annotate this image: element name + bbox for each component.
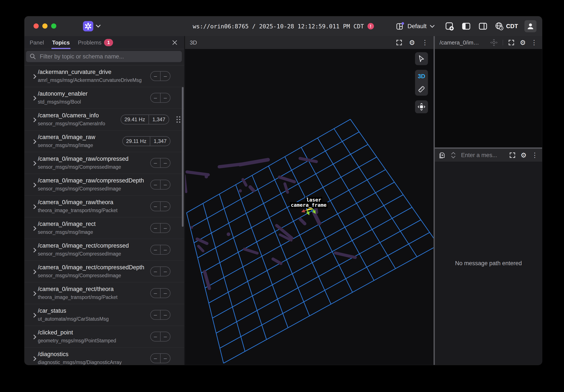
view-tool-group: 3D [415, 70, 428, 96]
chevron-right-icon[interactable] [32, 161, 37, 166]
topic-row[interactable]: /camera_0/image_raw/compressedDepthsenso… [25, 174, 184, 196]
topic-row[interactable]: /camera_0/image_rect/theoratheora_image_… [25, 282, 184, 304]
add-panel-button[interactable] [444, 21, 455, 31]
zoom-window-button[interactable] [51, 23, 56, 28]
chevron-right-icon[interactable] [32, 204, 37, 209]
chevron-right-icon[interactable] [32, 313, 37, 318]
topic-row[interactable]: /diagnosticsdiagnostic_msgs/msg/Diagnost… [25, 348, 184, 365]
fullscreen-icon[interactable] [395, 39, 403, 46]
topic-stats-toggle[interactable]: –– [150, 332, 170, 341]
panel-3d-title: 3D [190, 39, 197, 46]
topic-filter-input[interactable] [39, 53, 178, 60]
chevron-right-icon[interactable] [32, 269, 37, 274]
account-button[interactable] [524, 20, 536, 32]
topic-message-count: – [160, 354, 170, 363]
scene-3d-viewport[interactable]: laser camera_frame 3D [185, 49, 434, 365]
settings-gear-icon[interactable]: ⚙ [520, 151, 527, 159]
copy-message-icon[interactable] [438, 151, 446, 159]
topic-row[interactable]: /camera_0/image_raw/theoratheora_image_t… [25, 196, 184, 217]
close-window-button[interactable] [33, 23, 39, 28]
toggle-right-sidebar-button[interactable] [478, 21, 488, 31]
chevron-right-icon[interactable] [32, 226, 37, 231]
image-pan-icon[interactable] [490, 39, 498, 46]
globe-clock-icon [494, 22, 504, 31]
app-menu-chevron-icon[interactable] [95, 25, 101, 28]
minimize-window-button[interactable] [42, 23, 47, 28]
grid-3d [187, 119, 434, 363]
tab-problems[interactable]: Problems 1 [78, 36, 113, 49]
topic-row[interactable]: /camera_0/image_rect/compressedDepthsens… [25, 261, 184, 282]
fullscreen-icon[interactable] [508, 39, 515, 46]
topic-stats-toggle[interactable]: –– [150, 201, 170, 211]
select-tool-button[interactable] [415, 52, 428, 65]
topic-message-count: – [160, 202, 170, 211]
topic-message-count: – [160, 245, 170, 254]
topic-row[interactable]: /camera_0/image_rect/compressedsensor_ms… [25, 239, 184, 261]
image-panel-viewport[interactable] [435, 49, 542, 147]
chevron-right-icon[interactable] [32, 356, 37, 361]
chevron-right-icon[interactable] [32, 183, 37, 188]
topic-row[interactable]: /camera_0/image_rawsensor_msgs/msg/Image… [25, 130, 184, 152]
topic-stats-pill[interactable]: 29.11 Hz1,347 [122, 136, 170, 146]
topic-stats-toggle[interactable]: –– [150, 288, 170, 298]
topic-stats-toggle[interactable]: –– [150, 180, 170, 190]
sidebar-right: /camera_0/image_raw ⚙ ⋮ [435, 36, 542, 365]
chevron-right-icon[interactable] [32, 335, 37, 339]
topic-row[interactable]: /camera_0/image_raw/compressedsensor_msg… [25, 152, 184, 174]
panel-menu-icon[interactable]: ⋮ [531, 151, 539, 159]
tf-label-laser: laser [305, 197, 322, 203]
topic-name: /ackermann_curvature_drive [38, 69, 111, 75]
fullscreen-icon[interactable] [508, 151, 516, 159]
toggle-3d-button[interactable]: 3D [415, 70, 428, 83]
layout-icon [395, 22, 405, 31]
expand-collapse-icon[interactable] [450, 151, 457, 159]
topic-stats-toggle[interactable]: –– [150, 353, 170, 363]
topic-stats-toggle[interactable]: –– [150, 71, 170, 81]
chevron-right-icon[interactable] [32, 139, 37, 144]
topic-stats-toggle[interactable]: –– [150, 93, 170, 103]
topic-stats-toggle[interactable]: –– [150, 310, 170, 320]
layout-switcher-button[interactable]: Default [395, 22, 435, 31]
topic-stats-toggle[interactable]: –– [150, 245, 170, 255]
chevron-right-icon[interactable] [32, 291, 37, 296]
topic-list-scrollbar[interactable] [182, 87, 183, 227]
message-path-input[interactable] [461, 152, 505, 159]
tab-panel[interactable]: Panel [30, 36, 44, 49]
topic-row[interactable]: /car_statusut_automata/msg/CarStatusMsg–… [25, 304, 184, 326]
chevron-right-icon[interactable] [32, 118, 37, 123]
topic-message-count: – [160, 267, 170, 276]
topic-row[interactable]: /camera_0/image_rectsensor_msgs/msg/Imag… [25, 217, 184, 239]
close-sidebar-button[interactable] [170, 38, 179, 47]
topic-message-count: – [160, 224, 170, 233]
problems-alert-icon[interactable]: ! [367, 23, 374, 29]
panel-menu-icon[interactable]: ⋮ [421, 39, 429, 46]
topic-stats-pill[interactable]: 29.41 Hz1,347 [121, 114, 169, 125]
topic-schema: theora_image_transport/msg/Packet [38, 208, 118, 213]
topic-schema: std_msgs/msg/Bool [38, 99, 81, 105]
settings-gear-icon[interactable]: ⚙ [520, 39, 526, 46]
topic-row[interactable]: /clicked_pointgeometry_msgs/msg/PointSta… [25, 326, 184, 348]
settings-gear-icon[interactable]: ⚙ [408, 39, 416, 46]
topic-row[interactable]: /camera_0/camera_infosensor_msgs/msg/Cam… [25, 109, 184, 130]
tab-topics[interactable]: Topics [52, 36, 70, 49]
topic-row[interactable]: /autonomy_enablerstd_msgs/msg/Bool–– [25, 87, 184, 109]
drag-handle-icon[interactable] [176, 116, 180, 123]
topic-stats-toggle[interactable]: –– [150, 266, 170, 276]
recenter-camera-button[interactable] [415, 100, 428, 113]
timezone-button[interactable]: CDT [494, 22, 518, 31]
topic-name: /camera_0/image_rect/theora [38, 286, 114, 293]
topic-stats-toggle[interactable]: –– [150, 223, 170, 233]
data-source-status: ws://orin06:8765 / 2025-10-28 12:12:59.0… [193, 16, 374, 36]
measure-tool-button[interactable] [415, 83, 428, 96]
topic-stats-toggle[interactable]: –– [150, 158, 170, 168]
topic-frequency: – [151, 180, 160, 189]
chevron-right-icon[interactable] [32, 96, 37, 101]
topic-row[interactable]: /ackermann_curvature_driveamrl_msgs/msg/… [25, 65, 184, 87]
topic-schema: sensor_msgs/msg/Image [38, 229, 93, 235]
panel-menu-icon[interactable]: ⋮ [531, 39, 537, 46]
topic-schema: sensor_msgs/msg/CameraInfo [38, 121, 105, 126]
chevron-right-icon[interactable] [32, 248, 37, 253]
panel-3d: 3D ⚙ ⋮ laser camera_frame [185, 36, 434, 365]
chevron-right-icon[interactable] [32, 74, 37, 79]
toggle-left-sidebar-button[interactable] [461, 21, 471, 31]
